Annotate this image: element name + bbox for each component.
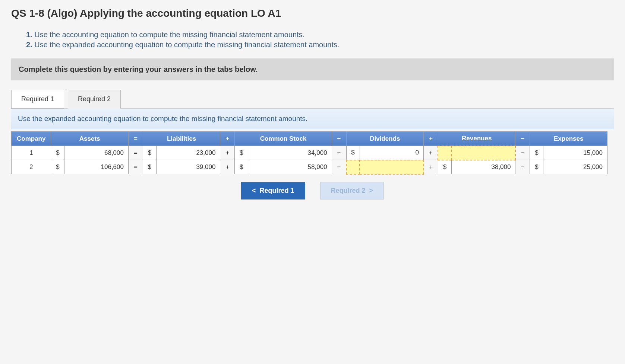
next-button[interactable]: Required 2 > — [320, 182, 384, 199]
cell-liab-currency-1: $ — [143, 146, 156, 160]
cell-rev-currency-1 — [438, 146, 451, 160]
cell-op-eq-1: = — [128, 146, 143, 160]
cell-revenues-2[interactable]: 38,000 — [451, 160, 515, 174]
instruction-text-1: Use the accounting equation to compute t… — [34, 31, 304, 39]
cell-div-currency-2 — [346, 160, 360, 174]
cell-company-2: 2 — [12, 160, 51, 174]
cell-op-minus2-1: − — [515, 146, 530, 160]
complete-instruction-bar: Complete this question by entering your … — [11, 58, 614, 80]
cell-rev-currency-2: $ — [438, 160, 451, 174]
table-row: 2 $ 106,600 = $ 39,000 + $ 58,000 − + $ … — [12, 160, 607, 174]
cell-liabilities-2[interactable]: 39,000 — [156, 160, 220, 174]
tabs-container: Required 1 Required 2 Use the expanded a… — [11, 90, 614, 129]
table-header-row: Company Assets = Liabilities + Common St… — [12, 132, 607, 146]
prev-button[interactable]: < Required 1 — [241, 182, 305, 199]
cell-op-minus2-2: − — [515, 160, 530, 174]
cell-op-eq-2: = — [128, 160, 143, 174]
instruction-1: 1. Use the accounting equation to comput… — [26, 31, 614, 39]
cell-op-plus2-2: + — [424, 160, 438, 174]
cell-common-stock-2[interactable]: 58,000 — [248, 160, 332, 174]
col-liabilities: Liabilities — [143, 132, 220, 146]
col-op-plus2: + — [424, 132, 438, 146]
instruction-2: 2. Use the expanded accounting equation … — [26, 41, 614, 49]
cell-op-minus1-2: − — [332, 160, 346, 174]
cell-company-1: 1 — [12, 146, 51, 160]
chevron-right-icon: > — [369, 187, 373, 195]
cell-revenues-1-missing[interactable] — [451, 146, 515, 160]
equation-table-wrap: Company Assets = Liabilities + Common St… — [11, 131, 614, 175]
col-revenues: Revenues — [438, 132, 515, 146]
equation-table: Company Assets = Liabilities + Common St… — [11, 131, 607, 175]
chevron-left-icon: < — [252, 187, 256, 195]
cell-dividends-2-missing[interactable] — [360, 160, 424, 174]
col-assets: Assets — [51, 132, 129, 146]
cell-assets-currency-2: $ — [51, 160, 64, 174]
cell-exp-currency-2: $ — [530, 160, 543, 174]
tab-required-1[interactable]: Required 1 — [11, 90, 64, 109]
tab-description: Use the expanded accounting equation to … — [11, 108, 614, 129]
col-expenses: Expenses — [530, 132, 607, 146]
cell-op-plus1-2: + — [220, 160, 235, 174]
cell-cs-currency-1: $ — [235, 146, 248, 160]
instruction-num-2: 2. — [26, 41, 32, 49]
instruction-text-2: Use the expanded accounting equation to … — [34, 41, 339, 49]
col-company: Company — [12, 132, 51, 146]
cell-op-plus2-1: + — [424, 146, 438, 160]
col-common-stock: Common Stock — [235, 132, 332, 146]
cell-assets-1[interactable]: 68,000 — [64, 146, 129, 160]
instruction-num-1: 1. — [26, 31, 32, 39]
cell-expenses-1[interactable]: 15,000 — [543, 146, 607, 160]
nav-buttons-row: < Required 1 Required 2 > — [11, 182, 614, 199]
page-title: QS 1-8 (Algo) Applying the accounting eq… — [11, 7, 614, 19]
cell-assets-currency-1: $ — [51, 146, 64, 160]
prev-button-label: Required 1 — [259, 187, 294, 195]
col-dividends: Dividends — [346, 132, 424, 146]
table-row: 1 $ 68,000 = $ 23,000 + $ 34,000 − $ 0 +… — [12, 146, 607, 160]
cell-assets-2[interactable]: 106,600 — [64, 160, 129, 174]
cell-common-stock-1[interactable]: 34,000 — [248, 146, 332, 160]
cell-cs-currency-2: $ — [235, 160, 248, 174]
col-op-minus1: − — [332, 132, 346, 146]
cell-exp-currency-1: $ — [530, 146, 543, 160]
cell-div-currency-1: $ — [346, 146, 360, 160]
instructions-list: 1. Use the accounting equation to comput… — [11, 31, 614, 49]
cell-op-minus1-1: − — [332, 146, 346, 160]
tab-required-2[interactable]: Required 2 — [68, 90, 121, 109]
col-op-plus1: + — [220, 132, 235, 146]
cell-dividends-1[interactable]: 0 — [360, 146, 424, 160]
col-op-minus2: − — [515, 132, 530, 146]
tabs-row: Required 1 Required 2 — [11, 90, 614, 109]
next-button-label: Required 2 — [331, 187, 366, 195]
cell-liabilities-1[interactable]: 23,000 — [156, 146, 220, 160]
cell-op-plus1-1: + — [220, 146, 235, 160]
cell-liab-currency-2: $ — [143, 160, 156, 174]
cell-expenses-2[interactable]: 25,000 — [543, 160, 607, 174]
col-op-eq: = — [128, 132, 143, 146]
